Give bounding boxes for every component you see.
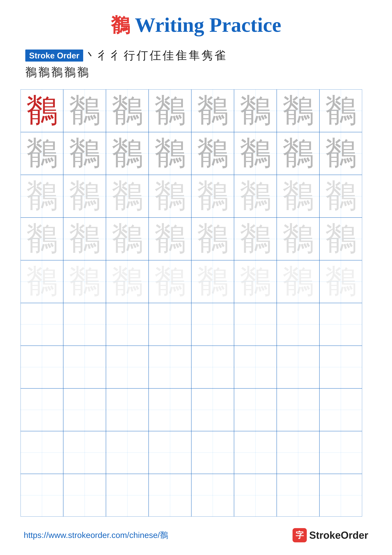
grid-cell — [63, 474, 106, 517]
writing-grid-section: 鶺 鶺 鶺 鶺 鶺 鶺 鶺 鶺 鶺 鶺 鶺 鶺 鶺 鶺 鶺 鶺 鶺 鶺 鶺 鶺 … — [0, 89, 392, 517]
grid-cell: 鶺 — [319, 132, 362, 175]
grid-cell — [106, 303, 149, 346]
grid-row-2: 鶺 鶺 鶺 鶺 鶺 鶺 鶺 鶺 — [21, 132, 371, 175]
grid-cell — [319, 431, 362, 474]
grid-cell: 鶺 — [63, 89, 106, 132]
stroke-order-badge: Stroke Order — [25, 50, 83, 62]
grid-cell — [234, 474, 277, 517]
stroke-order-line1: Stroke Order 丶 彳 彳 行 仃 仼 佳 隹 隼 隽 雀 — [25, 48, 367, 63]
grid-cell: 鶺 — [277, 218, 319, 260]
grid-cell — [149, 474, 191, 517]
grid-row-9 — [21, 431, 371, 474]
stroke-order-line2: 鶺 鶺 鶺 鶺 鶺 — [25, 65, 367, 80]
grid-cell: 鶺 — [191, 260, 234, 303]
grid-cell — [21, 388, 63, 431]
grid-cell — [191, 388, 234, 431]
grid-cell — [106, 474, 149, 517]
grid-cell — [63, 303, 106, 346]
grid-cell: 鶺 — [21, 89, 63, 132]
grid-cell: 鶺 — [21, 175, 63, 218]
grid-cell — [234, 346, 277, 388]
grid-cell: 鶺 — [149, 260, 191, 303]
grid-cell — [21, 346, 63, 388]
grid-cell — [106, 346, 149, 388]
footer: https://www.strokeorder.com/chinese/鶺 字 … — [0, 528, 392, 542]
grid-cell: 鶺 — [191, 218, 234, 260]
stroke-8: 隹 — [176, 48, 187, 63]
grid-cell — [319, 303, 362, 346]
grid-row-10 — [21, 474, 371, 517]
grid-cell: 鶺 — [106, 218, 149, 260]
stroke-16: 鶺 — [77, 65, 89, 80]
stroke-2: 彳 — [98, 48, 109, 63]
grid-cell: 鶺 — [234, 175, 277, 218]
grid-cell — [63, 431, 106, 474]
grid-cell — [277, 303, 319, 346]
grid-cell: 鶺 — [319, 175, 362, 218]
stroke-5: 仃 — [137, 48, 148, 63]
grid-cell — [234, 431, 277, 474]
grid-cell — [149, 388, 191, 431]
grid-cell: 鶺 — [277, 175, 319, 218]
stroke-10: 隽 — [201, 48, 213, 63]
grid-cell — [191, 346, 234, 388]
grid-cell — [277, 431, 319, 474]
grid-cell: 鶺 — [149, 132, 191, 175]
grid-cell — [319, 346, 362, 388]
stroke-15: 鶺 — [64, 65, 76, 80]
grid-cell: 鶺 — [106, 260, 149, 303]
grid-cell: 鶺 — [234, 89, 277, 132]
grid-cell — [277, 346, 319, 388]
stroke-6: 仼 — [150, 48, 161, 63]
grid-cell — [63, 388, 106, 431]
footer-url: https://www.strokeorder.com/chinese/鶺 — [24, 530, 168, 541]
grid-cell: 鶺 — [106, 132, 149, 175]
stroke-11: 雀 — [214, 48, 226, 63]
grid-cell: 鶺 — [191, 175, 234, 218]
grid-row-7 — [21, 346, 371, 388]
stroke-14: 鶺 — [51, 65, 63, 80]
stroke-7: 佳 — [163, 48, 174, 63]
grid-cell: 鶺 — [277, 132, 319, 175]
grid-cell — [149, 346, 191, 388]
grid-row-5: 鶺 鶺 鶺 鶺 鶺 鶺 鶺 鶺 — [21, 260, 371, 303]
grid-cell: 鶺 — [277, 89, 319, 132]
grid-cell — [63, 346, 106, 388]
stroke-1: 丶 — [85, 48, 96, 63]
stroke-12: 鶺 — [25, 65, 37, 80]
grid-row-6 — [21, 303, 371, 346]
grid-cell: 鶺 — [191, 89, 234, 132]
grid-cell — [319, 388, 362, 431]
grid-cell: 鶺 — [149, 175, 191, 218]
grid-cell: 鶺 — [149, 218, 191, 260]
grid-cell: 鶺 — [234, 260, 277, 303]
footer-brand-text: StrokeOrder — [309, 529, 368, 541]
footer-brand: 字 StrokeOrder — [292, 528, 368, 542]
stroke-13: 鶺 — [38, 65, 50, 80]
grid-cell — [149, 303, 191, 346]
grid-cell — [21, 303, 63, 346]
grid-cell: 鶺 — [21, 218, 63, 260]
grid-cell: 鶺 — [21, 260, 63, 303]
title-chinese-char: 鶺 — [111, 15, 130, 36]
grid-cell: 鶺 — [234, 132, 277, 175]
grid-row-3: 鶺 鶺 鶺 鶺 鶺 鶺 鶺 鶺 — [21, 175, 371, 218]
grid-cell — [319, 474, 362, 517]
grid-cell: 鶺 — [149, 89, 191, 132]
grid-cell: 鶺 — [63, 260, 106, 303]
grid-cell — [106, 431, 149, 474]
grid-cell — [191, 431, 234, 474]
stroke-4: 行 — [124, 48, 135, 63]
grid-row-4: 鶺 鶺 鶺 鶺 鶺 鶺 鶺 鶺 — [21, 218, 371, 260]
grid-row-1: 鶺 鶺 鶺 鶺 鶺 鶺 鶺 鶺 — [21, 89, 371, 132]
grid-cell — [149, 431, 191, 474]
grid-cell: 鶺 — [191, 132, 234, 175]
grid-cell — [21, 474, 63, 517]
grid-cell: 鶺 — [319, 260, 362, 303]
grid-cell: 鶺 — [106, 89, 149, 132]
footer-brand-icon: 字 — [292, 528, 307, 542]
grid-cell — [234, 303, 277, 346]
grid-cell — [21, 431, 63, 474]
grid-row-8 — [21, 388, 371, 431]
grid-cell: 鶺 — [21, 132, 63, 175]
